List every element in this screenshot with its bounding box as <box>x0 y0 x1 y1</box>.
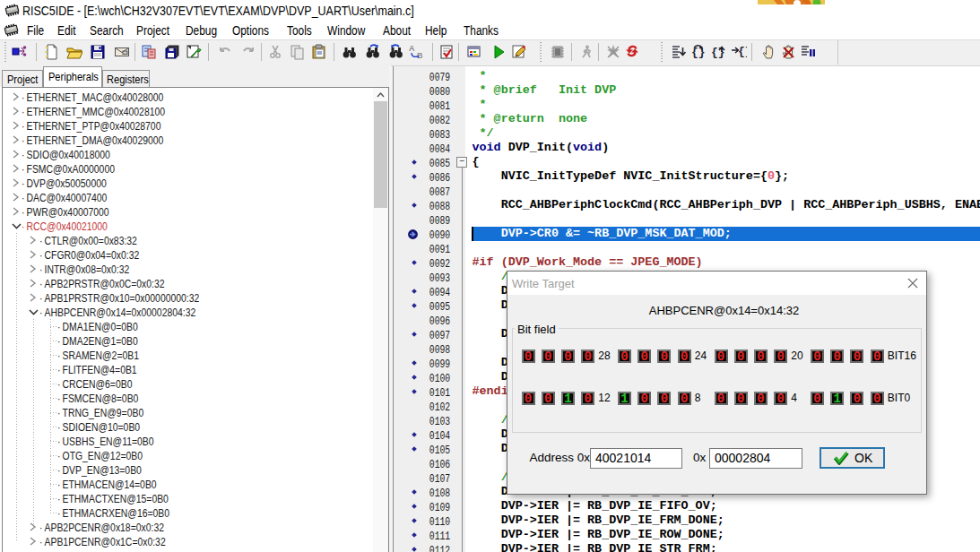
svg-text:{}: {} <box>691 46 706 59</box>
svg-text:A: A <box>409 44 415 53</box>
svg-text:{}: {} <box>738 45 747 58</box>
